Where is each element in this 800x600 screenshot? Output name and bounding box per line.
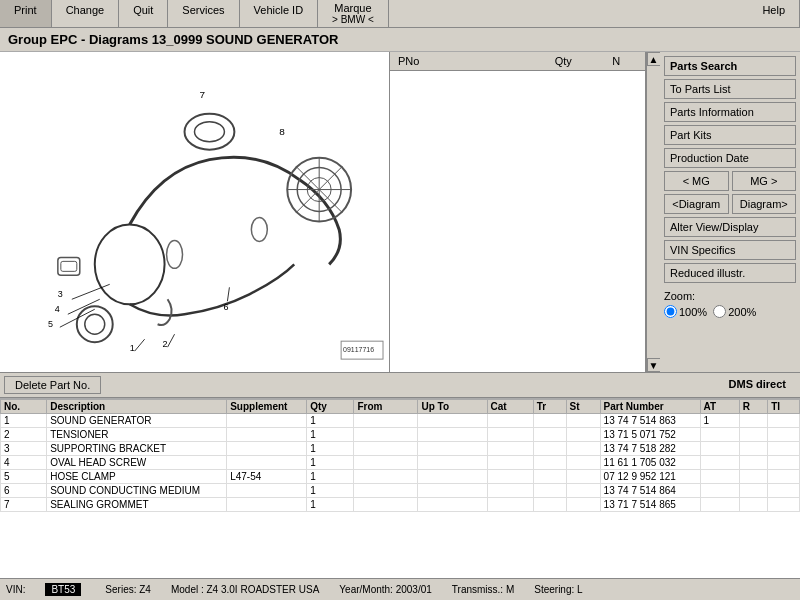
cell-r <box>739 456 767 470</box>
part-kits-button[interactable]: Part Kits <box>664 125 796 145</box>
menu-help[interactable]: Help <box>748 0 800 27</box>
title-bar: Group EPC - Diagrams 13_0999 SOUND GENER… <box>0 28 800 52</box>
cell-part: 13 74 7 514 863 <box>600 414 700 428</box>
cell-from <box>354 442 418 456</box>
svg-text:7: 7 <box>199 89 205 100</box>
cell-cat <box>487 442 533 456</box>
svg-point-11 <box>195 122 225 142</box>
col-cat: Cat <box>487 400 533 414</box>
menu-services[interactable]: Services <box>168 0 239 27</box>
cell-r <box>739 484 767 498</box>
table-row[interactable]: 6SOUND CONDUCTING MEDIUM113 74 7 514 864 <box>1 484 800 498</box>
col-st: St <box>566 400 600 414</box>
cell-cat <box>487 484 533 498</box>
cell-supp <box>227 498 307 512</box>
vin-label: VIN: <box>6 584 25 595</box>
cell-supp <box>227 456 307 470</box>
dms-direct-label: DMS direct <box>719 376 796 394</box>
table-row[interactable]: 2TENSIONER113 71 5 071 752 <box>1 428 800 442</box>
svg-text:2: 2 <box>163 339 168 349</box>
menu-change[interactable]: Change <box>52 0 120 27</box>
series-label: Series: Z4 <box>105 584 151 595</box>
to-parts-list-button[interactable]: To Parts List <box>664 79 796 99</box>
zoom-100-radio[interactable] <box>664 305 677 318</box>
cell-no: 4 <box>1 456 47 470</box>
col-at: AT <box>700 400 739 414</box>
cell-ti <box>768 484 800 498</box>
col-supp: Supplement <box>227 400 307 414</box>
scroll-up-arrow[interactable]: ▲ <box>647 52 661 66</box>
cell-from <box>354 498 418 512</box>
scroll-down-arrow[interactable]: ▼ <box>647 358 661 372</box>
cell-upto <box>418 456 487 470</box>
page-title: Group EPC - Diagrams 13_0999 SOUND GENER… <box>8 32 338 47</box>
cell-no: 6 <box>1 484 47 498</box>
mg-next-button[interactable]: MG > <box>732 171 797 191</box>
table-row[interactable]: 3SUPPORTING BRACKET113 74 7 518 282 <box>1 442 800 456</box>
cell-r <box>739 470 767 484</box>
table-row[interactable]: 1SOUND GENERATOR113 74 7 514 8631 <box>1 414 800 428</box>
table-row[interactable]: 5HOSE CLAMPL47-54107 12 9 952 121 <box>1 470 800 484</box>
cell-part: 13 74 7 514 864 <box>600 484 700 498</box>
cell-at <box>700 470 739 484</box>
table-row[interactable]: 7SEALING GROMMET113 71 7 514 865 <box>1 498 800 512</box>
cell-upto <box>418 470 487 484</box>
svg-rect-13 <box>61 261 77 271</box>
zoom-100-label[interactable]: 100% <box>664 305 707 318</box>
svg-point-14 <box>77 306 113 342</box>
cell-qty: 1 <box>307 442 354 456</box>
cell-no: 1 <box>1 414 47 428</box>
cell-desc: OVAL HEAD SCREW <box>47 456 227 470</box>
diagram-next-button[interactable]: Diagram> <box>732 194 797 214</box>
cell-from <box>354 484 418 498</box>
cell-from <box>354 414 418 428</box>
cell-part: 13 71 5 071 752 <box>600 428 700 442</box>
cell-tr <box>533 414 566 428</box>
zoom-200-label[interactable]: 200% <box>713 305 756 318</box>
reduced-illustr-button[interactable]: Reduced illustr. <box>664 263 796 283</box>
diagram-prev-button[interactable]: <Diagram <box>664 194 729 214</box>
cell-ti <box>768 428 800 442</box>
cell-qty: 1 <box>307 470 354 484</box>
delete-part-button[interactable]: Delete Part No. <box>4 376 101 394</box>
col-part: Part Number <box>600 400 700 414</box>
cell-tr <box>533 442 566 456</box>
parts-search-button[interactable]: Parts Search <box>664 56 796 76</box>
cell-st <box>566 428 600 442</box>
table-row[interactable]: 4OVAL HEAD SCREW111 61 1 705 032 <box>1 456 800 470</box>
alter-view-button[interactable]: Alter View/Display <box>664 217 796 237</box>
cell-ti <box>768 442 800 456</box>
cell-ti <box>768 414 800 428</box>
cell-qty: 1 <box>307 484 354 498</box>
cell-desc: SOUND CONDUCTING MEDIUM <box>47 484 227 498</box>
zoom-200-radio[interactable] <box>713 305 726 318</box>
col-desc: Description <box>47 400 227 414</box>
scroll-indicator[interactable]: ▲ ▼ <box>646 52 660 372</box>
cell-at: 1 <box>700 414 739 428</box>
svg-text:5: 5 <box>48 319 53 329</box>
parts-information-button[interactable]: Parts Information <box>664 102 796 122</box>
cell-tr <box>533 428 566 442</box>
cell-cat <box>487 428 533 442</box>
menu-vehicle-id[interactable]: Vehicle ID <box>240 0 319 27</box>
zoom-options: 100% 200% <box>664 305 796 318</box>
svg-point-16 <box>167 240 183 268</box>
col-tr: Tr <box>533 400 566 414</box>
production-date-button[interactable]: Production Date <box>664 148 796 168</box>
cell-no: 2 <box>1 428 47 442</box>
menu-bar: Print Change Quit Services Vehicle ID Ma… <box>0 0 800 28</box>
mg-row: < MG MG > <box>664 171 796 191</box>
cell-at <box>700 498 739 512</box>
diagram-svg: 7 8 <box>0 52 389 372</box>
parts-table: No. Description Supplement Qty From Up T… <box>0 399 800 512</box>
mg-prev-button[interactable]: < MG <box>664 171 729 191</box>
vin-specifics-button[interactable]: VIN Specifics <box>664 240 796 260</box>
menu-marque[interactable]: Marque > BMW < <box>318 0 389 27</box>
menu-quit[interactable]: Quit <box>119 0 168 27</box>
svg-text:09117716: 09117716 <box>343 346 374 353</box>
cell-part: 13 71 7 514 865 <box>600 498 700 512</box>
cell-qty: 1 <box>307 456 354 470</box>
col-upto: Up To <box>418 400 487 414</box>
menu-print[interactable]: Print <box>0 0 52 27</box>
cell-supp: L47-54 <box>227 470 307 484</box>
